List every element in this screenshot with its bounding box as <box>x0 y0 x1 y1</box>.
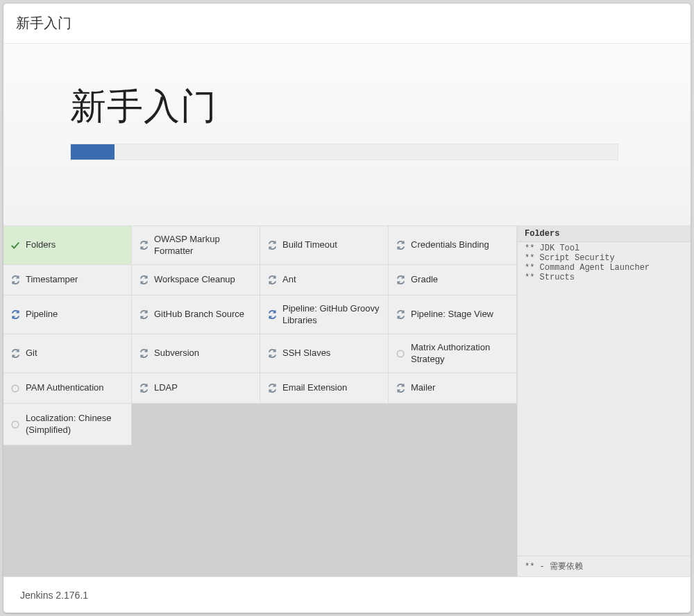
plugin-label: OWASP Markup Formatter <box>154 234 255 257</box>
sync-icon <box>9 348 22 360</box>
sync-icon <box>266 239 278 252</box>
plugin-label: Folders <box>26 239 127 250</box>
dependency-panel: Folders ** JDK Tool ** Script Security *… <box>517 226 691 576</box>
window-title: 新手入门 <box>16 14 71 33</box>
plugin-label: Gradle <box>411 274 512 285</box>
plugin-cell: SSH Slaves <box>260 334 389 373</box>
content-area: FoldersOWASP Markup FormatterBuild Timeo… <box>3 225 691 576</box>
plugin-cell: Gradle <box>389 265 517 296</box>
sync-icon <box>266 382 278 395</box>
plugin-label: Workspace Cleanup <box>154 274 255 285</box>
plugin-label: Subversion <box>154 348 255 359</box>
plugin-label: Matrix Authorization Strategy <box>411 342 512 365</box>
plugin-label: Pipeline: Stage View <box>411 309 512 320</box>
plugin-cell: OWASP Markup Formatter <box>132 226 260 265</box>
plugin-cell: Timestamper <box>3 265 132 296</box>
circle-icon <box>9 418 22 431</box>
plugin-label: Timestamper <box>26 274 127 285</box>
plugin-cell: Pipeline: Stage View <box>389 296 517 334</box>
progress-bar <box>70 144 618 160</box>
plugin-label: Localization: Chinese (Simplified) <box>26 413 127 436</box>
plugin-cell: Build Timeout <box>260 226 389 265</box>
plugin-cell: Ant <box>260 265 389 296</box>
plugin-cell: Email Extension <box>260 373 389 404</box>
plugin-grid: FoldersOWASP Markup FormatterBuild Timeo… <box>3 226 517 576</box>
sync-icon <box>266 348 278 360</box>
plugin-label: Git <box>26 348 127 359</box>
setup-wizard-window: 新手入门 新手入门 FoldersOWASP Markup FormatterB… <box>3 3 691 613</box>
svg-point-1 <box>12 385 19 392</box>
plugin-label: Pipeline <box>26 309 127 320</box>
sync-icon <box>394 239 407 252</box>
plugin-label: SSH Slaves <box>282 348 384 359</box>
sync-icon <box>137 274 150 286</box>
plugin-cell: Pipeline <box>3 296 132 334</box>
plugin-cell: Localization: Chinese (Simplified) <box>3 404 132 445</box>
product-version: Jenkins 2.176.1 <box>20 590 88 601</box>
plugin-label: Ant <box>282 274 384 285</box>
sync-icon <box>9 309 22 321</box>
titlebar: 新手入门 <box>3 3 691 44</box>
sync-icon <box>137 348 150 360</box>
sync-icon <box>266 274 278 286</box>
sync-icon <box>394 309 407 321</box>
sync-icon <box>266 309 278 321</box>
plugin-label: Build Timeout <box>282 239 384 250</box>
progress-fill <box>71 144 115 160</box>
circle-icon <box>9 382 22 395</box>
check-icon <box>9 239 22 252</box>
sync-icon <box>394 274 407 286</box>
plugin-cell: PAM Authentication <box>3 373 132 404</box>
sync-icon <box>9 274 22 286</box>
plugin-label: GitHub Branch Source <box>154 309 255 320</box>
plugin-label: Pipeline: GitHub Groovy Libraries <box>282 303 384 326</box>
dependency-panel-title: Folders <box>518 226 691 242</box>
plugin-cell: Folders <box>3 226 132 265</box>
plugin-cell: Matrix Authorization Strategy <box>389 334 517 373</box>
dependency-legend: ** - 需要依赖 <box>518 556 691 576</box>
page-heading: 新手入门 <box>70 83 624 131</box>
plugin-label: LDAP <box>154 382 255 393</box>
plugin-label: Credentials Binding <box>411 239 512 250</box>
plugin-label: PAM Authentication <box>26 382 127 393</box>
dependency-list: ** JDK Tool ** Script Security ** Comman… <box>518 242 691 556</box>
footer: Jenkins 2.176.1 <box>3 576 691 613</box>
sync-icon <box>137 239 150 252</box>
hero-section: 新手入门 <box>3 44 691 225</box>
plugin-cell: Git <box>3 334 132 373</box>
sync-icon <box>137 382 150 395</box>
plugin-cell: Mailer <box>389 373 517 404</box>
sync-icon <box>137 309 150 321</box>
plugin-label: Mailer <box>411 382 512 393</box>
plugin-label: Email Extension <box>282 382 384 393</box>
plugin-cell: Subversion <box>132 334 260 373</box>
sync-icon <box>394 382 407 395</box>
plugin-cell: Credentials Binding <box>389 226 517 265</box>
svg-point-2 <box>12 421 19 428</box>
plugin-cell: GitHub Branch Source <box>132 296 260 334</box>
circle-icon <box>394 348 407 360</box>
svg-point-0 <box>397 350 404 357</box>
plugin-cell: LDAP <box>132 373 260 404</box>
plugin-cell: Pipeline: GitHub Groovy Libraries <box>260 296 389 334</box>
plugin-cell: Workspace Cleanup <box>132 265 260 296</box>
